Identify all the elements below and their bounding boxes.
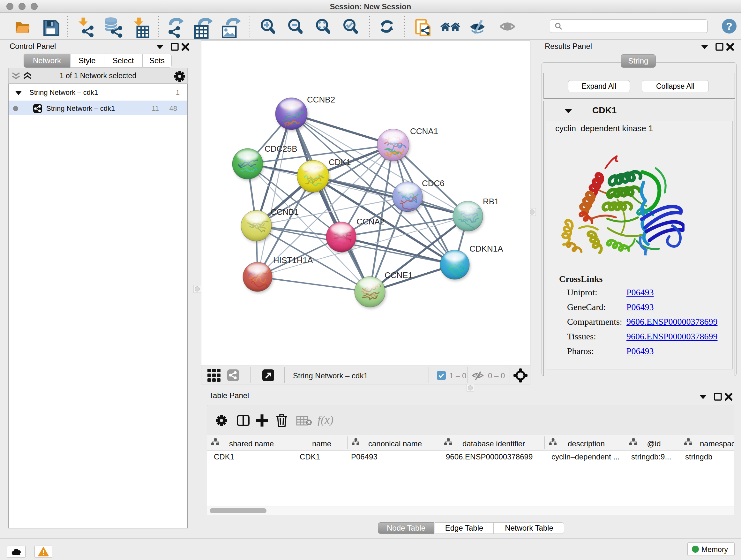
svg-text:CCNA2: CCNA2	[356, 217, 385, 226]
svg-text:CCNE1: CCNE1	[385, 270, 413, 280]
svg-text:RB1: RB1	[483, 197, 499, 206]
svg-text:CDC6: CDC6	[422, 179, 445, 188]
svg-text:CCNB2: CCNB2	[307, 95, 335, 105]
svg-text:CCNB1: CCNB1	[271, 207, 299, 217]
svg-text:CDC25B: CDC25B	[265, 144, 297, 153]
svg-text:CDK1: CDK1	[329, 158, 351, 167]
svg-text:HIST1H1A: HIST1H1A	[273, 255, 313, 265]
svg-text:CDKN1A: CDKN1A	[469, 244, 503, 253]
svg-text:CCNA1: CCNA1	[410, 126, 438, 136]
